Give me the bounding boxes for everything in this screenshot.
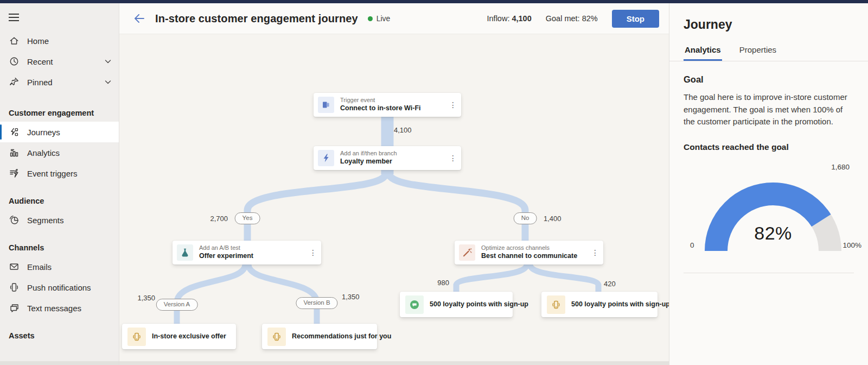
email-icon xyxy=(9,261,20,272)
goal-gauge: 1,680 0 100% 82% xyxy=(684,160,863,263)
push-notification-icon xyxy=(9,282,20,293)
flask-icon xyxy=(177,244,193,261)
live-status-dot-icon xyxy=(368,16,373,21)
hamburger-menu-icon[interactable] xyxy=(9,12,22,23)
flow-count-label: 1,350 xyxy=(342,293,360,301)
clock-icon xyxy=(9,56,20,67)
more-options-icon[interactable]: ⋮ xyxy=(447,100,459,109)
sidebar: Home Recent Pinned Customer engagement J… xyxy=(0,3,119,365)
journey-header: In-store customer engagement journey Liv… xyxy=(119,3,669,34)
gauge-value-label: 1,680 xyxy=(831,163,850,171)
node-title: Recommendations just for you xyxy=(292,332,375,341)
sidebar-item-event-triggers[interactable]: Event triggers xyxy=(0,163,119,184)
lightning-icon xyxy=(318,150,334,166)
sidebar-item-label: Recent xyxy=(27,57,53,66)
sidebar-item-label: Home xyxy=(27,36,49,46)
node-title: Connect to in-store Wi-Fi xyxy=(340,104,421,113)
analytics-icon xyxy=(9,147,20,158)
push-notification-icon xyxy=(267,328,286,346)
branch-yes-pill: Yes xyxy=(235,212,260,224)
sidebar-section-customer-engagement: Customer engagement xyxy=(0,109,119,117)
goal-met-metric: Goal met: 82% xyxy=(546,14,598,23)
more-options-icon[interactable]: ⋮ xyxy=(447,154,459,162)
flow-count-label: 2,700 xyxy=(200,215,228,223)
back-arrow-icon[interactable] xyxy=(132,11,146,26)
stop-button[interactable]: Stop xyxy=(612,10,659,28)
segments-icon xyxy=(9,215,20,225)
selected-accent-bar xyxy=(0,124,2,140)
gauge-percent-label: 82% xyxy=(684,223,863,244)
tab-analytics[interactable]: Analytics xyxy=(684,43,722,61)
sidebar-item-text-messages[interactable]: Text messages xyxy=(0,298,119,318)
sidebar-item-label: Event triggers xyxy=(27,169,78,178)
journeys-icon xyxy=(9,127,20,137)
node-in-store-offer[interactable]: In-store exclusive offer xyxy=(122,324,236,349)
flow-count-label: 4,100 xyxy=(394,126,412,134)
flow-count-label: 1,400 xyxy=(544,215,561,223)
version-b-pill: Version B xyxy=(296,297,337,309)
node-title: Best channel to communicate xyxy=(481,252,577,261)
sidebar-item-segments[interactable]: Segments xyxy=(0,210,119,230)
push-notification-icon xyxy=(547,295,565,314)
sidebar-item-label: Analytics xyxy=(27,148,60,158)
node-recommendations[interactable]: Recommendations just for you xyxy=(262,324,377,349)
node-title: Loyalty member xyxy=(340,158,397,166)
sidebar-item-home[interactable]: Home xyxy=(0,30,119,51)
flow-count-label: 980 xyxy=(426,279,449,287)
flow-count-label: 420 xyxy=(604,280,616,288)
sidebar-item-emails[interactable]: Emails xyxy=(0,256,119,277)
chevron-down-icon[interactable] xyxy=(104,57,112,66)
trigger-event-icon xyxy=(318,97,334,113)
node-title: 500 loyalty points with sign-up xyxy=(430,300,510,309)
sidebar-item-recent[interactable]: Recent xyxy=(0,51,119,72)
sidebar-item-journeys[interactable]: Journeys xyxy=(0,122,119,142)
bottom-edge-strip xyxy=(0,361,669,365)
sidebar-item-pinned[interactable]: Pinned xyxy=(0,72,119,92)
sidebar-section-assets: Assets xyxy=(0,331,119,340)
tab-properties[interactable]: Properties xyxy=(738,43,777,61)
text-message-icon xyxy=(9,303,20,313)
branch-no-pill: No xyxy=(514,212,537,224)
pin-icon xyxy=(9,77,20,87)
node-ab-test[interactable]: Add an A/B test Offer experiment ⋮ xyxy=(173,241,321,265)
node-optimize-channels[interactable]: Optimize across channels Best channel to… xyxy=(455,241,603,265)
sidebar-item-label: Push notifications xyxy=(27,283,91,292)
text-message-icon xyxy=(405,295,424,314)
node-type-label: Add an if/then branch xyxy=(340,150,397,158)
gauge-heading: Contacts reached the goal xyxy=(684,142,854,152)
node-loyalty-points-sms[interactable]: 500 loyalty points with sign-up xyxy=(400,292,513,317)
node-type-label: Add an A/B test xyxy=(199,244,253,252)
magic-wand-icon xyxy=(459,244,475,261)
inflow-metric: Inflow: 4,100 xyxy=(487,14,532,23)
event-triggers-icon xyxy=(9,168,20,179)
journey-side-panel: Journey Analytics Properties Goal The go… xyxy=(669,3,868,365)
sidebar-item-label: Segments xyxy=(27,216,64,225)
node-if-then-branch[interactable]: Add an if/then branch Loyalty member ⋮ xyxy=(314,146,461,170)
node-type-label: Optimize across channels xyxy=(481,244,577,252)
sidebar-item-label: Pinned xyxy=(27,78,53,87)
page-title: In-store customer engagement journey xyxy=(155,12,358,25)
push-notification-icon xyxy=(127,328,146,346)
status-label: Live xyxy=(376,14,391,23)
sidebar-item-push-notifications[interactable]: Push notifications xyxy=(0,277,119,298)
node-title: 500 loyalty points with sign-up xyxy=(571,300,655,309)
more-options-icon[interactable]: ⋮ xyxy=(589,248,601,257)
node-type-label: Trigger event xyxy=(340,97,421,104)
sidebar-item-label: Emails xyxy=(27,262,52,272)
home-icon xyxy=(9,35,20,46)
sidebar-section-audience: Audience xyxy=(0,197,119,205)
status-badge: Live xyxy=(368,14,391,23)
flow-count-label: 1,350 xyxy=(127,294,155,302)
sidebar-item-label: Journeys xyxy=(27,128,60,137)
more-options-icon[interactable]: ⋮ xyxy=(307,248,319,257)
version-a-pill: Version A xyxy=(156,299,198,311)
node-title: In-store exclusive offer xyxy=(152,332,226,341)
node-loyalty-points-push[interactable]: 500 loyalty points with sign-up xyxy=(541,292,658,317)
goal-heading: Goal xyxy=(684,74,854,85)
sidebar-item-label: Text messages xyxy=(27,304,81,313)
sidebar-item-analytics[interactable]: Analytics xyxy=(0,142,119,163)
node-trigger-event[interactable]: Trigger event Connect to in-store Wi-Fi … xyxy=(314,93,461,117)
journey-canvas[interactable]: Trigger event Connect to in-store Wi-Fi … xyxy=(119,34,669,365)
panel-tabs: Analytics Properties xyxy=(669,43,868,61)
chevron-down-icon[interactable] xyxy=(104,78,112,86)
